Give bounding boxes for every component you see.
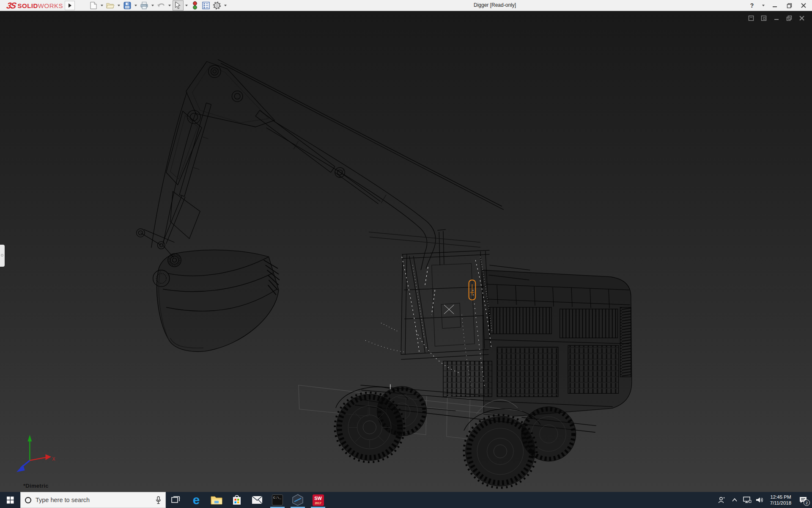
taskbar-app-file-explorer[interactable] bbox=[206, 492, 227, 508]
restore-icon bbox=[787, 3, 792, 8]
taskbar-app-command-prompt[interactable]: C:\_ bbox=[267, 492, 288, 508]
doc-minimize-button[interactable] bbox=[772, 14, 781, 22]
new-document-icon bbox=[90, 2, 97, 9]
select-dropdown[interactable] bbox=[184, 0, 189, 11]
save-button[interactable] bbox=[122, 0, 133, 11]
solidworks-logo: 3S SOLIDWORKS bbox=[7, 0, 63, 11]
print-button[interactable] bbox=[139, 0, 150, 11]
windows-taskbar: Type here to search e bbox=[0, 492, 812, 508]
file-properties-button[interactable] bbox=[200, 0, 211, 11]
window-title: Digger [Read-only] bbox=[474, 2, 516, 8]
file-properties-icon bbox=[202, 2, 210, 9]
graphics-viewport[interactable]: X *Dimetric bbox=[0, 11, 812, 492]
print-icon bbox=[140, 2, 148, 9]
doc-tile-button[interactable] bbox=[760, 14, 768, 22]
start-button[interactable] bbox=[0, 492, 20, 508]
tray-overflow-button[interactable] bbox=[729, 492, 740, 508]
store-icon bbox=[232, 494, 242, 505]
file-explorer-icon bbox=[211, 495, 222, 505]
orientation-triad: X bbox=[16, 435, 55, 472]
search-placeholder: Type here to search bbox=[36, 497, 151, 503]
people-button[interactable] bbox=[716, 492, 727, 508]
document-window-controls bbox=[747, 14, 806, 22]
cab[interactable] bbox=[401, 229, 490, 359]
new-dropdown[interactable] bbox=[99, 0, 105, 11]
cortana-icon bbox=[25, 497, 31, 503]
clock-time: 12:45 PM bbox=[767, 494, 794, 500]
save-floppy-icon bbox=[123, 2, 131, 9]
window-controls: ? bbox=[746, 0, 809, 11]
notification-badge: 2 bbox=[804, 500, 810, 506]
chevron-up-icon bbox=[732, 498, 737, 502]
boom-arm[interactable] bbox=[137, 59, 504, 270]
x-axis-arrow bbox=[46, 454, 52, 460]
wheel-rear-outer[interactable] bbox=[464, 415, 537, 488]
taskbar-app-3d-viewer[interactable] bbox=[288, 492, 308, 508]
mail-icon bbox=[252, 496, 263, 504]
dassault-3s-icon: 3S bbox=[6, 1, 16, 11]
bucket[interactable] bbox=[153, 250, 280, 351]
quick-access-toolbar bbox=[88, 0, 228, 11]
brand-works-text: WORKS bbox=[38, 2, 63, 9]
save-dropdown[interactable] bbox=[133, 0, 139, 11]
task-view-icon bbox=[171, 496, 181, 504]
close-icon bbox=[801, 3, 806, 8]
new-document-button[interactable] bbox=[88, 0, 99, 11]
edge-icon: e bbox=[193, 494, 200, 505]
taskbar-app-store[interactable] bbox=[227, 492, 247, 508]
minimize-button[interactable] bbox=[769, 0, 781, 11]
open-dropdown[interactable] bbox=[116, 0, 122, 11]
clock-date: 7/11/2018 bbox=[767, 500, 794, 506]
solidworks-2017-icon: SW2017 bbox=[313, 494, 324, 506]
3d-viewer-icon bbox=[292, 494, 304, 506]
taskbar-clock[interactable]: 12:45 PM 7/11/2018 bbox=[767, 494, 794, 506]
help-dropdown[interactable] bbox=[760, 0, 766, 11]
rebuild-button[interactable] bbox=[189, 0, 200, 11]
action-center-button[interactable]: 2 bbox=[796, 492, 810, 508]
windows-logo-icon bbox=[7, 497, 14, 504]
doc-new-window-button[interactable] bbox=[747, 14, 755, 22]
view-orientation-label: *Dimetric bbox=[23, 483, 49, 489]
feature-panel-flyout-tab[interactable] bbox=[0, 245, 5, 267]
open-button[interactable] bbox=[105, 0, 116, 11]
rebuild-traffic-light-icon bbox=[192, 1, 198, 10]
undo-dropdown[interactable] bbox=[167, 0, 173, 11]
task-view-button[interactable] bbox=[166, 492, 186, 508]
microphone-icon[interactable] bbox=[156, 496, 161, 504]
close-button[interactable] bbox=[798, 0, 809, 11]
options-button[interactable] bbox=[211, 0, 222, 11]
speaker-icon bbox=[756, 497, 764, 503]
minimize-icon bbox=[772, 3, 777, 8]
system-tray: 12:45 PM 7/11/2018 2 bbox=[716, 492, 812, 508]
taskbar-app-mail[interactable] bbox=[247, 492, 267, 508]
undo-icon bbox=[157, 2, 165, 9]
print-dropdown[interactable] bbox=[150, 0, 156, 11]
help-button[interactable]: ? bbox=[746, 0, 758, 11]
taskbar-search-input[interactable]: Type here to search bbox=[20, 492, 166, 508]
menu-expand-button[interactable] bbox=[65, 1, 75, 10]
options-gear-icon bbox=[213, 1, 221, 10]
command-prompt-icon: C:\_ bbox=[272, 494, 283, 505]
taskbar-app-solidworks[interactable]: SW2017 bbox=[308, 492, 328, 508]
flyout-pin-icon bbox=[1, 254, 3, 257]
open-folder-icon bbox=[106, 2, 115, 9]
network-button[interactable] bbox=[742, 492, 753, 508]
doc-restore-button[interactable] bbox=[785, 14, 793, 22]
people-icon bbox=[718, 496, 726, 504]
options-dropdown[interactable] bbox=[222, 0, 228, 11]
brand-solid-text: SOLID bbox=[17, 2, 38, 9]
restore-button[interactable] bbox=[783, 0, 795, 11]
expand-arrow-icon bbox=[69, 3, 71, 8]
excavator-wireframe-model[interactable]: X bbox=[0, 11, 812, 492]
taskbar-app-edge[interactable]: e bbox=[186, 492, 206, 508]
volume-button[interactable] bbox=[754, 492, 765, 508]
select-cursor-icon bbox=[175, 2, 181, 9]
network-icon bbox=[743, 497, 752, 503]
titlebar: 3S SOLIDWORKS bbox=[0, 0, 812, 11]
y-axis-arrow bbox=[27, 435, 32, 442]
undo-button[interactable] bbox=[156, 0, 167, 11]
x-axis-label: X bbox=[52, 456, 55, 461]
select-button[interactable] bbox=[173, 0, 184, 11]
doc-close-button[interactable] bbox=[798, 14, 806, 22]
